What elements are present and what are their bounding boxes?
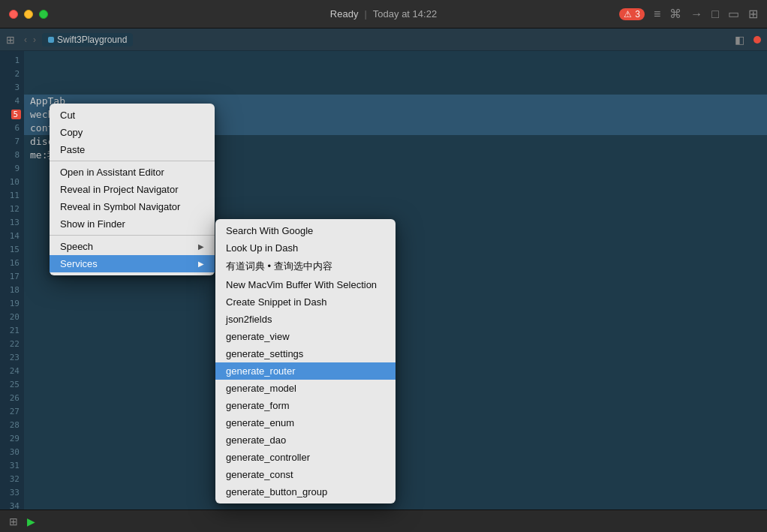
context-menu-reveal-project[interactable]: Reveal in Project Navigator — [50, 181, 215, 198]
status-ready: Ready — [330, 8, 359, 20]
context-menu-paste[interactable]: Paste — [50, 141, 215, 158]
generate-view-label: generate_view — [226, 331, 290, 342]
line-num-10: 10 — [0, 176, 20, 189]
reveal-project-label: Reveal in Project Navigator — [60, 184, 179, 195]
context-menu-show-finder[interactable]: Show in Finder — [50, 215, 215, 233]
context-menu-services[interactable]: Services ▶ — [50, 255, 215, 272]
maximize-button[interactable] — [39, 10, 48, 19]
status-separator: | — [364, 8, 366, 20]
tab-right-icons: ◧ — [735, 34, 761, 46]
tab-swift3playground[interactable]: Swift3Playground — [42, 33, 133, 47]
line-num-30: 30 — [0, 446, 20, 459]
line-num-11: 11 — [0, 189, 20, 203]
status-grid-icon[interactable]: ⊞ — [9, 515, 18, 527]
code-line-2 — [24, 68, 767, 81]
generate-model-label: generate_model — [226, 383, 296, 394]
search-google-label: Search With Google — [226, 225, 313, 236]
code-line-1 — [24, 54, 767, 68]
context-menu-cut[interactable]: Cut — [50, 107, 215, 124]
toolbar-icon-3[interactable]: → — [690, 8, 702, 21]
error-badge: ⚠ 3 — [619, 8, 645, 20]
submenu-generate-form[interactable]: generate_form — [215, 397, 396, 414]
toolbar-icon-4[interactable]: □ — [711, 8, 719, 21]
traffic-lights — [0, 10, 48, 19]
line-num-32: 32 — [0, 473, 20, 486]
close-button[interactable] — [9, 10, 18, 19]
generate-form-label: generate_form — [226, 400, 290, 411]
line-num-7: 7 — [0, 135, 20, 149]
submenu-lookup-dash[interactable]: Look Up in Dash — [215, 239, 396, 257]
error-icon: ⚠ — [624, 9, 632, 20]
line-num-18: 18 — [0, 284, 20, 297]
line-num-2: 2 — [0, 68, 20, 81]
context-menu: Cut Copy Paste Open in Assistant Editor … — [50, 104, 215, 275]
submenu-generate-model[interactable]: generate_model — [215, 380, 396, 397]
tab-error-dot — [753, 36, 761, 44]
submenu-create-snippet[interactable]: Create Snippet in Dash — [215, 293, 396, 311]
line-num-21: 21 — [0, 324, 20, 338]
submenu-generate-router[interactable]: generate_router — [215, 362, 396, 380]
line-num-22: 22 — [0, 338, 20, 351]
show-finder-label: Show in Finder — [60, 218, 125, 230]
line-num-9: 9 — [0, 162, 20, 176]
line-num-20: 20 — [0, 311, 20, 324]
generate-controller-label: generate_controller — [226, 452, 310, 463]
line-num-31: 31 — [0, 459, 20, 473]
toolbar-icon-6[interactable]: ⊞ — [748, 7, 758, 21]
grid-icon[interactable]: ⊞ — [6, 34, 15, 46]
generate-const-label: generate_const — [226, 469, 293, 480]
line-num-23: 23 — [0, 351, 20, 365]
submenu-generate-view[interactable]: generate_view — [215, 328, 396, 345]
play-button[interactable]: ▶ — [27, 515, 35, 527]
line-num-13: 13 — [0, 216, 20, 230]
services-submenu: Search With Google Look Up in Dash 有道词典 … — [215, 219, 396, 503]
copy-label: Copy — [60, 127, 83, 138]
line-num-29: 29 — [0, 432, 20, 446]
line-num-26: 26 — [0, 392, 20, 405]
submenu-generate-settings[interactable]: generate_settings — [215, 345, 396, 362]
nav-back[interactable]: ‹ — [24, 35, 27, 45]
macvim-label: New MacVim Buffer With Selection — [226, 279, 377, 290]
submenu-generate-controller[interactable]: generate_controller — [215, 449, 396, 466]
context-menu-copy[interactable]: Copy — [50, 124, 215, 141]
line-num-24: 24 — [0, 365, 20, 378]
submenu-search-google[interactable]: Search With Google — [215, 222, 396, 239]
submenu-generate-enum[interactable]: generate_enum — [215, 414, 396, 431]
toolbar-icon-2[interactable]: ⌘ — [669, 7, 681, 21]
toolbar-icon-5[interactable]: ▭ — [728, 7, 739, 21]
submenu-generate-dao[interactable]: generate_dao — [215, 431, 396, 449]
submenu-generate-const[interactable]: generate_const — [215, 466, 396, 483]
generate-dao-label: generate_dao — [226, 434, 286, 446]
split-icon[interactable]: ◧ — [735, 34, 744, 46]
context-menu-open-assistant[interactable]: Open in Assistant Editor — [50, 164, 215, 181]
generate-router-label: generate_router — [226, 365, 296, 377]
titlebar-right: ⚠ 3 ≡ ⌘ → □ ▭ ⊞ — [619, 7, 758, 21]
generate-enum-label: generate_enum — [226, 417, 294, 428]
paste-label: Paste — [60, 144, 85, 155]
line-num-16: 16 — [0, 257, 20, 270]
error-line-indicator: 5 — [11, 110, 21, 119]
line-numbers: 1 2 3 4 5 6 7 8 9 10 11 12 13 14 15 16 1… — [0, 51, 24, 509]
context-menu-reveal-symbol[interactable]: Reveal in Symbol Navigator — [50, 198, 215, 215]
context-menu-speech[interactable]: Speech ▶ — [50, 238, 215, 255]
line-num-5: 5 — [0, 108, 20, 122]
generate-settings-label: generate_settings — [226, 348, 303, 359]
line-num-1: 1 — [0, 54, 20, 68]
submenu-generate-button-group[interactable]: generate_button_group — [215, 483, 396, 500]
line-num-8: 8 — [0, 149, 20, 162]
cut-label: Cut — [60, 110, 75, 121]
titlebar-center: Ready | Today at 14:22 — [330, 8, 437, 20]
speech-submenu-arrow: ▶ — [198, 242, 204, 251]
submenu-macvim[interactable]: New MacVim Buffer With Selection — [215, 276, 396, 293]
submenu-youdao[interactable]: 有道词典 • 查询选中内容 — [215, 257, 396, 276]
line-num-4: 4 — [0, 95, 20, 108]
toolbar-icon-1[interactable]: ≡ — [654, 8, 660, 21]
create-snippet-label: Create Snippet in Dash — [226, 296, 326, 308]
line-num-33: 33 — [0, 486, 20, 500]
nav-forward[interactable]: › — [33, 35, 36, 45]
line-num-27: 27 — [0, 405, 20, 419]
submenu-json2fields[interactable]: json2fields — [215, 311, 396, 328]
minimize-button[interactable] — [24, 10, 33, 19]
line-num-19: 19 — [0, 297, 20, 311]
youdao-label: 有道词典 • 查询选中内容 — [226, 260, 332, 273]
